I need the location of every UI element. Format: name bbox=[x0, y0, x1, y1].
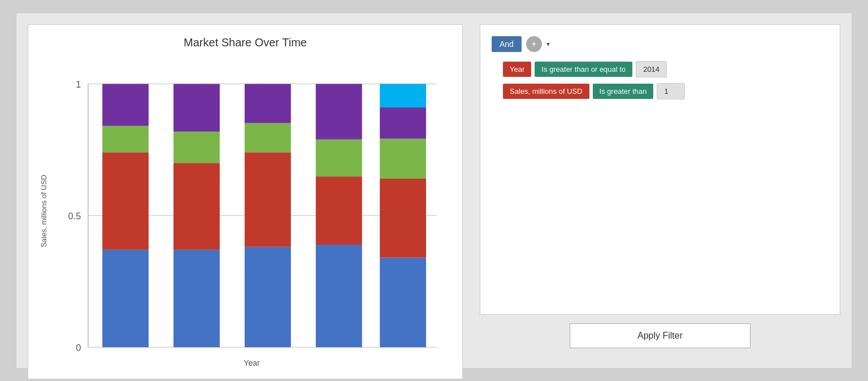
svg-rect-20 bbox=[316, 176, 362, 245]
svg-text:0.5: 0.5 bbox=[68, 211, 81, 221]
chart-content: 1 0.5 0 bbox=[53, 55, 451, 367]
svg-rect-26 bbox=[380, 107, 426, 138]
value-tag-year[interactable]: 2014 bbox=[636, 61, 667, 77]
svg-rect-27 bbox=[380, 84, 426, 107]
svg-rect-23 bbox=[380, 258, 426, 348]
chart-svg-container: 1 0.5 0 bbox=[53, 55, 451, 355]
filter-bottom: Apply Filter bbox=[480, 315, 840, 357]
y-axis-label: Sales, millions of USD bbox=[40, 175, 48, 248]
svg-rect-7 bbox=[102, 250, 149, 347]
svg-rect-13 bbox=[173, 132, 220, 163]
svg-rect-22 bbox=[316, 84, 362, 139]
dropdown-button[interactable]: ▾ bbox=[546, 40, 550, 48]
svg-rect-9 bbox=[102, 126, 149, 153]
chart-panel: Market Share Over Time Sales, millions o… bbox=[28, 24, 463, 379]
svg-text:0: 0 bbox=[76, 343, 81, 353]
x-axis-label: Year bbox=[53, 358, 451, 367]
svg-rect-24 bbox=[380, 179, 426, 258]
field-tag-sales[interactable]: Sales, millions of USD bbox=[503, 84, 589, 99]
plus-icon: + bbox=[531, 39, 536, 49]
apply-filter-button[interactable]: Apply Filter bbox=[570, 323, 750, 348]
operator-tag-year[interactable]: Is greater than or equal to bbox=[535, 62, 632, 77]
add-filter-button[interactable]: + bbox=[526, 36, 542, 52]
svg-rect-15 bbox=[245, 247, 291, 348]
value-tag-sales[interactable]: 1 bbox=[657, 83, 685, 99]
svg-rect-12 bbox=[173, 163, 220, 250]
svg-rect-18 bbox=[245, 84, 291, 123]
svg-rect-16 bbox=[245, 152, 291, 246]
main-container: Market Share Over Time Sales, millions o… bbox=[16, 12, 852, 369]
svg-rect-17 bbox=[245, 123, 291, 153]
filter-row-year: Year Is greater than or equal to 2014 bbox=[503, 61, 828, 77]
field-tag-year[interactable]: Year bbox=[503, 62, 531, 77]
svg-text:1: 1 bbox=[76, 79, 81, 89]
svg-rect-25 bbox=[380, 138, 426, 179]
svg-rect-8 bbox=[102, 152, 149, 249]
svg-rect-14 bbox=[173, 84, 220, 131]
svg-rect-21 bbox=[316, 140, 362, 176]
chart-area: Sales, millions of USD 1 0.5 0 bbox=[40, 55, 451, 367]
svg-rect-19 bbox=[316, 245, 362, 347]
chart-title: Market Share Over Time bbox=[184, 36, 307, 49]
svg-rect-10 bbox=[102, 84, 149, 125]
filter-toolbar: And + ▾ bbox=[492, 36, 828, 52]
filter-row-sales: Sales, millions of USD Is greater than 1 bbox=[503, 83, 828, 99]
svg-rect-11 bbox=[173, 250, 220, 347]
filter-panel: And + ▾ Year Is greater than or equal to… bbox=[474, 13, 852, 368]
operator-tag-sales[interactable]: Is greater than bbox=[593, 84, 654, 99]
bar-chart-svg: 1 0.5 0 bbox=[53, 55, 451, 355]
and-button[interactable]: And bbox=[492, 36, 522, 52]
filter-box: And + ▾ Year Is greater than or equal to… bbox=[480, 24, 840, 315]
